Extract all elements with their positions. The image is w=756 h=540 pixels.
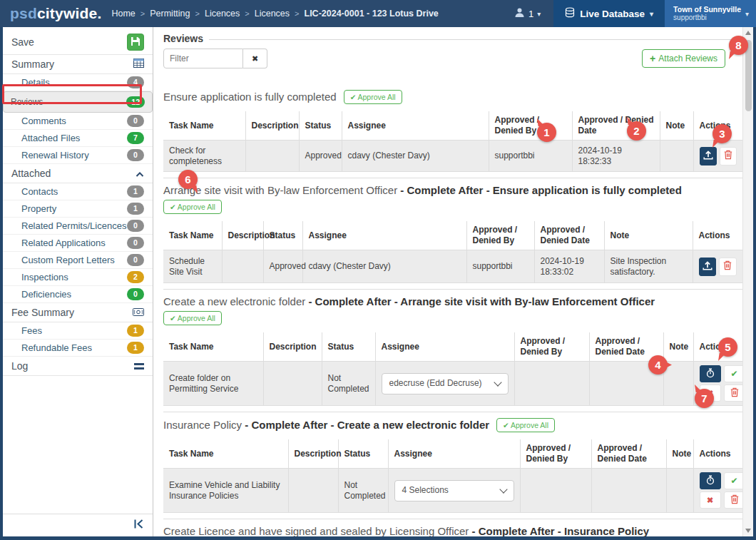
sidebar-item-refundable-fees[interactable]: Refundable Fees1 [3, 340, 153, 357]
trash-icon [730, 494, 739, 506]
sidebar-section-attached[interactable]: Attached [3, 164, 153, 183]
live-database-menu[interactable]: Live Database ▾ [553, 0, 665, 27]
sidebar-section-summary[interactable]: Summary [3, 55, 153, 74]
sidebar-item-related-applications[interactable]: Related Applications0 [3, 235, 153, 252]
caret-down-icon: ▾ [650, 10, 653, 18]
sidebar-item-contacts[interactable]: Contacts1 [3, 183, 153, 200]
delete-review-button[interactable] [719, 258, 737, 276]
col-note: Note [666, 439, 693, 469]
attached-label: Attached [11, 168, 51, 179]
chevron-up-icon [136, 168, 144, 179]
stopwatch-icon [706, 368, 715, 380]
review-title: Create Licence and have signed and seale… [163, 525, 742, 536]
sidebar-item-renewal-history[interactable]: Renewal History0 [3, 147, 153, 164]
trash-icon [723, 260, 732, 272]
sidebar-section-log[interactable]: Log [3, 357, 153, 376]
col-assignee: Assignee [388, 439, 520, 469]
trash-icon [724, 150, 732, 162]
sidebar-item-reviews[interactable]: Reviews12 [3, 91, 153, 113]
assignee-select[interactable]: 4 Selections [394, 480, 514, 501]
sidebar-item-property[interactable]: Property1 [3, 200, 153, 218]
approve-task-button[interactable]: ✔ [724, 365, 745, 382]
col-actions: Actions [693, 439, 742, 469]
review-table: Task NameDescriptionStatusAssigneeApprov… [163, 332, 743, 406]
col-actions: Actions [693, 221, 742, 250]
assignee-cell: edecruse (Edd Decruse) [375, 362, 514, 406]
breadcrumb-licences[interactable]: Licences [205, 9, 240, 19]
col-description: Description [263, 332, 322, 362]
breadcrumb-permitting[interactable]: Permitting [150, 9, 190, 19]
panel-divider [209, 39, 750, 40]
unapprove-button[interactable] [700, 147, 717, 165]
sidebar-item-related-permits[interactable]: Related Permits/Licences0 [3, 218, 153, 235]
description-cell [288, 469, 338, 513]
inspections-count-badge: 2 [127, 271, 144, 283]
check-icon: ✔ [170, 314, 176, 322]
sidebar-section-fee-summary[interactable]: Fee Summary [3, 303, 153, 322]
scroll-down-arrow[interactable] [745, 529, 751, 533]
deny-task-button[interactable]: ✖ [700, 384, 721, 402]
sidebar-item-details[interactable]: Details4 [3, 74, 153, 91]
defer-button[interactable] [700, 472, 721, 489]
comments-count-badge: 0 [127, 115, 144, 127]
save-button[interactable] [127, 34, 144, 51]
chevron-down-icon [499, 485, 507, 493]
col-approved-date: Approved / Denied Date [534, 221, 604, 250]
breadcrumb-separator: > [141, 9, 145, 18]
scrollbar-thumb[interactable] [745, 40, 752, 111]
org-user-menu[interactable]: Town of Sunnyville supportbbi ▾ [665, 0, 756, 27]
active-users-menu[interactable]: 1 ▾ [501, 7, 553, 20]
sidebar-item-custom-report-letters[interactable]: Custom Report Letters0 [3, 252, 153, 269]
delete-review-button[interactable] [724, 491, 745, 509]
vertical-scrollbar [742, 27, 753, 536]
col-description: Description [222, 221, 263, 250]
breadcrumb-home[interactable]: Home [111, 9, 135, 19]
fees-count-badge: 1 [127, 325, 144, 337]
delete-review-button[interactable] [724, 384, 745, 402]
deny-task-button[interactable]: ✖ [700, 491, 721, 509]
col-task-name: Task Name [163, 221, 222, 250]
check-icon: ✔ [730, 369, 737, 379]
org-username: supportbbi [673, 14, 741, 22]
save-label: Save [11, 36, 34, 48]
sidebar-item-inspections[interactable]: Inspections2 [3, 269, 153, 286]
contacts-count-badge: 1 [127, 185, 144, 198]
sidebar-item-attached-files[interactable]: Attached Files7 [3, 130, 153, 147]
approve-all-button[interactable]: ✔Approve All [496, 418, 555, 432]
clear-filter-button[interactable]: ✖ [243, 49, 267, 68]
task-name-cell: Create folder on Permitting Service [163, 362, 263, 406]
note-cell [660, 141, 693, 172]
review-section-3: Create a new electronic folder - Complet… [163, 289, 742, 412]
review-section-2: Arrange site visit with By-law Enforceme… [163, 178, 742, 289]
breadcrumb-licences-2[interactable]: Licences [255, 9, 290, 19]
col-approved-date: Approved / Denied Date [591, 439, 666, 469]
col-note: Note [663, 332, 693, 362]
approved-date-cell [589, 362, 663, 406]
delete-review-button[interactable] [720, 147, 737, 165]
assignee-cell: cdavy (Chester Davy) [342, 141, 489, 172]
collapse-sidebar-icon[interactable] [133, 519, 144, 532]
approve-all-button[interactable]: ✔Approve All [163, 311, 222, 325]
approve-task-button[interactable]: ✔ [724, 472, 745, 489]
col-status: Status [322, 332, 375, 362]
approve-all-button[interactable]: ✔Approve All [163, 200, 222, 214]
unapprove-button[interactable] [699, 258, 717, 276]
actions-cell: ✔ ✖ [693, 362, 742, 406]
attach-reviews-button[interactable]: + Attach Reviews [642, 49, 725, 68]
sidebar-item-fees[interactable]: Fees1 [3, 322, 153, 340]
note-cell [666, 469, 693, 513]
filter-input[interactable] [163, 49, 243, 68]
defer-button[interactable] [700, 365, 721, 382]
renewal-history-count-badge: 0 [127, 149, 144, 161]
sidebar-item-comments[interactable]: Comments0 [3, 113, 153, 130]
review-table: Task NameDescriptionStatusAssigneeApprov… [163, 439, 743, 513]
col-status: Status [263, 221, 302, 250]
deficiencies-count-badge: 0 [127, 288, 144, 300]
scroll-up-arrow[interactable] [745, 31, 751, 35]
actions-cell [693, 141, 742, 172]
assignee-select[interactable]: edecruse (Edd Decruse) [382, 373, 509, 394]
approved-date-cell: 2024-10-19 18:33:02 [534, 250, 604, 283]
approve-all-button[interactable]: ✔Approve All [344, 90, 402, 104]
status-cell: Approved [263, 250, 302, 283]
sidebar-item-deficiencies[interactable]: Deficiencies0 [3, 286, 153, 303]
